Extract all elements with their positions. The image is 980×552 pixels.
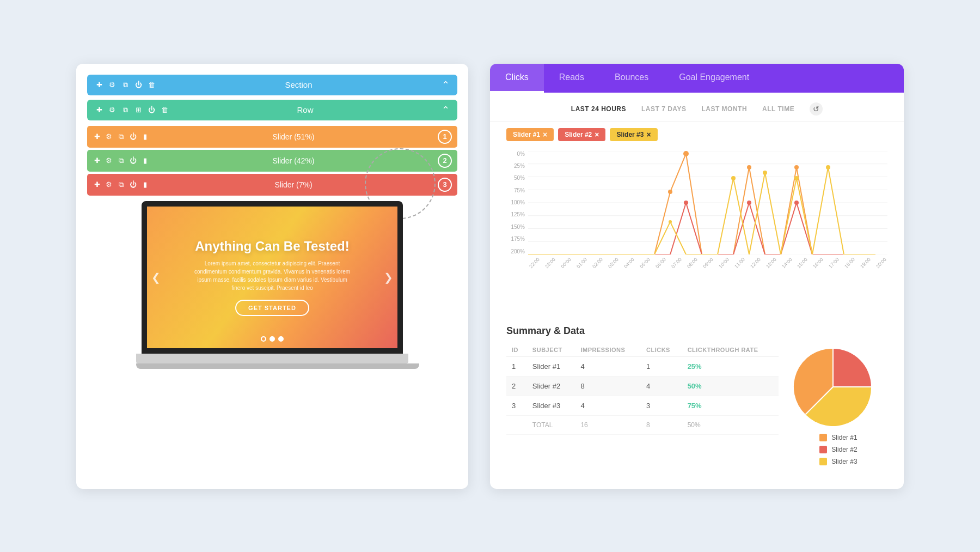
x-label-17: 15:00 — [796, 257, 808, 269]
x-label-16: 14:00 — [781, 257, 793, 269]
svg-point-16 — [669, 220, 672, 223]
x-label-20: 18:00 — [843, 257, 856, 269]
s1-power[interactable]: ⏻ — [128, 132, 137, 141]
row-power-icon[interactable]: ⏻ — [147, 106, 156, 114]
svg-point-11 — [747, 165, 751, 169]
y-label-7: 25% — [506, 163, 528, 169]
legend-label-slider2: Slider #2 — [831, 446, 857, 453]
row1-impressions: 4 — [575, 356, 641, 376]
time-filters: LAST 24 HOURS LAST 7 DAYS LAST MONTH ALL… — [490, 93, 904, 122]
col-ctr: CLICKTHROUGH RATE — [682, 343, 779, 357]
col-id: ID — [506, 343, 527, 357]
y-label-2: 150% — [506, 224, 528, 230]
s3-chart[interactable]: ▮ — [140, 180, 149, 189]
x-label-11: 09:00 — [702, 257, 714, 269]
filter-last-7d[interactable]: LAST 7 DAYS — [641, 105, 686, 113]
filter-tag-slider1-remove[interactable]: × — [543, 130, 547, 139]
reset-button[interactable]: ↺ — [810, 102, 823, 116]
s1-chart[interactable]: ▮ — [140, 132, 149, 141]
copy-icon[interactable]: ⧉ — [121, 81, 130, 89]
filter-last-24h[interactable]: LAST 24 HOURS — [571, 105, 626, 113]
legend-label-slider1: Slider #1 — [831, 434, 857, 441]
legend-dot-slider1 — [819, 434, 827, 441]
filter-tags: Slider #1 × Slider #2 × Slider #3 × — [490, 122, 904, 145]
x-label-22: 20:00 — [875, 257, 887, 269]
summary-title: Summary & Data — [506, 325, 779, 337]
add-icon[interactable]: ✚ — [95, 81, 103, 89]
slider-row-3[interactable]: ✚ ⚙ ⧉ ⏻ ▮ Slider (7%) 3 — [87, 174, 457, 196]
laptop-bottom — [136, 363, 419, 369]
settings-icon[interactable]: ⚙ — [108, 81, 117, 89]
row-trash-icon[interactable]: 🗑 — [160, 106, 169, 114]
row-bar: ✚ ⚙ ⧉ ⊞ ⏻ 🗑 Row ⌃ — [87, 100, 457, 120]
laptop-screen: Anything Can Be Tested! Lorem ipsum amet… — [142, 201, 403, 354]
s2-power[interactable]: ⏻ — [128, 156, 137, 165]
row2-id: 2 — [506, 376, 527, 396]
filter-all-time[interactable]: ALL TIME — [762, 105, 794, 113]
x-label-12: 10:00 — [718, 257, 730, 269]
filter-tag-slider3[interactable]: Slider #3 × — [610, 128, 657, 141]
legend-slider2: Slider #2 — [819, 446, 857, 453]
s2-add[interactable]: ✚ — [93, 156, 101, 165]
chart-area: 200% 175% 150% 125% 100% 75% 50% 25% 0% — [490, 145, 904, 320]
pie-legend: Slider #1 Slider #2 Slider #3 — [819, 434, 857, 465]
table-row: 1 Slider #1 4 1 25% — [506, 356, 779, 376]
x-label-8: 06:00 — [654, 257, 667, 269]
section-bar: ✚ ⚙ ⧉ ⏻ 🗑 Section ⌃ — [87, 75, 457, 95]
s3-copy[interactable]: ⧉ — [117, 180, 125, 189]
dot-3 — [278, 336, 284, 342]
s3-settings[interactable]: ⚙ — [105, 180, 113, 189]
row-copy-icon[interactable]: ⧉ — [121, 106, 130, 114]
row-grid-icon[interactable]: ⊞ — [134, 106, 143, 114]
row3-impressions: 4 — [575, 396, 641, 415]
svg-point-14 — [747, 201, 751, 205]
x-label-6: 04:00 — [623, 257, 635, 269]
s2-chart[interactable]: ▮ — [140, 156, 149, 165]
legend-slider1: Slider #1 — [819, 434, 857, 441]
s2-settings[interactable]: ⚙ — [105, 156, 113, 165]
collapse-row-icon[interactable]: ⌃ — [442, 104, 450, 116]
slider1-icons: ✚ ⚙ ⧉ ⏻ ▮ — [93, 132, 149, 141]
slider-row-2[interactable]: ✚ ⚙ ⧉ ⏻ ▮ Slider (42%) 2 — [87, 150, 457, 172]
summary-section: Summary & Data ID SUBJECT IMPRESSIONS CL… — [506, 320, 779, 489]
tab-clicks[interactable]: Clicks — [490, 64, 544, 93]
s2-copy[interactable]: ⧉ — [117, 156, 125, 165]
y-label-1: 175% — [506, 236, 528, 242]
s3-add[interactable]: ✚ — [93, 180, 101, 189]
total-text: TOTAL — [527, 415, 575, 434]
filter-last-month[interactable]: LAST MONTH — [701, 105, 747, 113]
x-label-5: 03:00 — [607, 257, 620, 269]
collapse-section-icon[interactable]: ⌃ — [442, 79, 450, 91]
trash-icon[interactable]: 🗑 — [147, 81, 156, 89]
line-chart: 200% 175% 150% 125% 100% 75% 50% 25% 0% — [506, 151, 887, 271]
svg-point-15 — [794, 201, 799, 205]
filter-tag-slider2-remove[interactable]: × — [595, 130, 599, 139]
data-table: ID SUBJECT IMPRESSIONS CLICKS CLICKTHROU… — [506, 343, 779, 435]
row-settings-icon[interactable]: ⚙ — [108, 106, 117, 114]
tab-goal-engagement[interactable]: Goal Engagement — [664, 64, 764, 93]
s1-settings[interactable]: ⚙ — [105, 132, 113, 141]
row-add-icon[interactable]: ✚ — [95, 106, 103, 114]
filter-tag-slider3-remove[interactable]: × — [646, 130, 651, 139]
s1-copy[interactable]: ⧉ — [117, 132, 125, 141]
laptop-preview: Anything Can Be Tested! Lorem ipsum amet… — [136, 201, 408, 369]
slider-row-1[interactable]: ✚ ⚙ ⧉ ⏻ ▮ Slider (51%) 1 — [87, 126, 457, 148]
filter-tag-slider2[interactable]: Slider #2 × — [558, 128, 605, 141]
s1-add[interactable]: ✚ — [93, 132, 101, 141]
power-icon[interactable]: ⏻ — [134, 81, 143, 89]
tab-reads[interactable]: Reads — [544, 64, 599, 93]
filter-tag-slider1[interactable]: Slider #1 × — [506, 128, 554, 141]
legend-dot-slider3 — [819, 458, 827, 465]
x-label-18: 16:00 — [812, 257, 824, 269]
total-clicks: 8 — [641, 415, 682, 434]
tab-bounces[interactable]: Bounces — [599, 64, 664, 93]
filter-tag-slider2-label: Slider #2 — [565, 131, 592, 138]
left-panel: ✚ ⚙ ⧉ ⏻ 🗑 Section ⌃ ✚ ⚙ ⧉ ⊞ ⏻ 🗑 Row ⌃ ✚ … — [76, 64, 468, 489]
s3-power[interactable]: ⏻ — [128, 180, 137, 189]
slider2-icons: ✚ ⚙ ⧉ ⏻ ▮ — [93, 156, 149, 165]
legend-label-slider3: Slider #3 — [831, 458, 857, 465]
row3-ctr: 75% — [682, 396, 779, 415]
y-label-5: 75% — [506, 187, 528, 193]
y-label-6: 50% — [506, 175, 528, 181]
laptop-cta-button[interactable]: GET STARTED — [235, 300, 309, 316]
